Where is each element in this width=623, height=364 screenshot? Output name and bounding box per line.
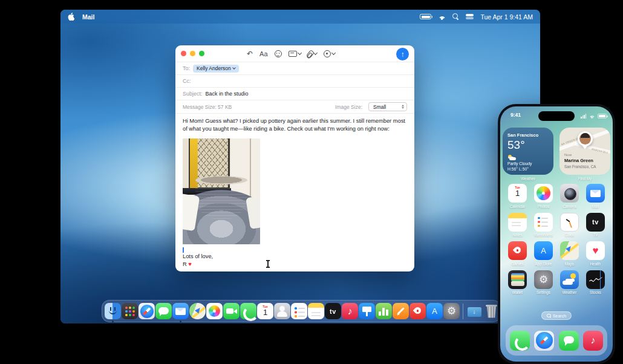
mail-app-icon[interactable] — [586, 184, 605, 203]
iphone-app-health[interactable]: Health — [583, 241, 608, 266]
stocks-app-icon[interactable] — [586, 270, 605, 289]
downloads-dock-icon[interactable] — [466, 303, 483, 319]
notes-dock-icon[interactable] — [308, 303, 324, 319]
photos-dock-icon[interactable] — [206, 303, 223, 319]
finder-dock-icon[interactable] — [105, 303, 121, 319]
weather-temp: 53° — [507, 138, 549, 152]
iphone-app-notes[interactable]: Notes — [505, 213, 530, 238]
numbers-dock-icon[interactable] — [376, 303, 392, 319]
keynote-dock-icon[interactable] — [359, 303, 375, 319]
app-label: Wallet — [512, 290, 523, 294]
contacts-dock-icon[interactable] — [274, 303, 290, 319]
iphone-screen: 9:41 San Francisco 53° Partly Cloudy H:5… — [500, 106, 613, 362]
music-dock-icon[interactable] — [342, 303, 358, 319]
to-field[interactable]: To: Kelly Anderson — [175, 62, 414, 75]
mail-dock-icon[interactable] — [172, 303, 189, 319]
spotlight-search-icon[interactable] — [452, 13, 459, 20]
iphone-app-reminders[interactable]: Reminders — [531, 213, 556, 238]
iphone-app-maps[interactable]: Maps — [557, 241, 582, 266]
apple-menu-icon[interactable] — [68, 13, 74, 21]
window-titlebar[interactable]: Aa — [175, 45, 414, 62]
safari-iphone-dock-icon[interactable] — [534, 331, 554, 351]
image-size-value: Small — [373, 104, 386, 110]
recipient-name: Kelly Anderson — [197, 65, 231, 71]
minimize-button[interactable] — [190, 51, 195, 56]
appstore-app-icon[interactable]: A — [534, 241, 553, 260]
iphone-app-camera[interactable]: Camera — [557, 184, 582, 209]
subject-field[interactable]: Subject: Back in the studio — [175, 88, 414, 100]
emoji-icon[interactable] — [275, 50, 282, 57]
settings-dock-icon[interactable] — [443, 303, 460, 319]
tv-app-icon[interactable]: tv — [586, 213, 605, 232]
recipient-token[interactable]: Kelly Anderson — [193, 65, 239, 73]
iphone-app-stocks[interactable]: Stocks — [583, 270, 608, 295]
header-fields-button[interactable] — [289, 51, 301, 57]
health-app-icon[interactable] — [586, 241, 605, 260]
iphone-app-mail[interactable]: Mail — [583, 184, 608, 209]
menu-app-name[interactable]: Mail — [82, 13, 94, 21]
phone-iphone-dock-icon[interactable] — [510, 331, 530, 351]
iphone-app-games[interactable]: Games — [505, 241, 530, 266]
camera-app-icon[interactable] — [560, 184, 579, 203]
iphone-app-calendar[interactable]: Tue1Calendar — [505, 184, 530, 209]
iphone-app-wallet[interactable]: Wallet — [505, 270, 530, 295]
pages-dock-icon[interactable] — [393, 303, 409, 319]
cellular-icon — [581, 114, 586, 119]
close-button[interactable] — [181, 51, 186, 56]
facetime-dock-icon[interactable] — [223, 303, 240, 319]
app-label: App Store — [535, 262, 552, 266]
calendar-app-icon[interactable]: Tue1 — [508, 184, 527, 203]
wifi-icon[interactable] — [438, 14, 446, 20]
maps-dock-icon[interactable] — [189, 303, 206, 319]
message-body[interactable]: Hi Mom! Guess what? I picked up pottery … — [175, 114, 414, 268]
iphone-app-appstore[interactable]: AApp Store — [531, 241, 556, 266]
notes-app-icon[interactable] — [508, 213, 527, 232]
trash-dock-icon[interactable] — [483, 303, 500, 319]
clay-bowl — [195, 179, 247, 219]
undo-icon[interactable] — [247, 50, 253, 58]
find-my-widget[interactable]: NA GREEN DR MARINA BLV Now Marina Green … — [559, 128, 610, 175]
messages-dock-icon[interactable] — [155, 303, 172, 319]
games-app-icon[interactable] — [508, 241, 527, 260]
games-dock-icon[interactable] — [409, 303, 426, 319]
app-label: Notes — [512, 233, 522, 237]
reminders-dock-icon[interactable] — [291, 303, 307, 319]
photos-app-icon[interactable] — [534, 184, 553, 203]
messages-iphone-dock-icon[interactable] — [559, 331, 579, 351]
control-center-icon[interactable] — [466, 14, 474, 19]
menu-bar-status: Tue Apr 1 9:41 AM — [420, 13, 533, 21]
settings-app-icon[interactable] — [534, 270, 553, 289]
calendar-dock-icon[interactable]: Tue1 — [257, 303, 273, 319]
zoom-button[interactable] — [199, 51, 204, 56]
search-pill[interactable]: Search — [541, 311, 572, 320]
format-button[interactable]: Aa — [259, 50, 267, 57]
memoji-avatar — [578, 131, 593, 146]
appstore-dock-icon[interactable]: A — [426, 303, 443, 319]
wallet-app-icon[interactable] — [508, 270, 527, 289]
attached-pottery-photo[interactable] — [183, 138, 260, 244]
iphone-app-photos[interactable]: Photos — [531, 184, 556, 209]
iphone-app-tv[interactable]: tvTV — [583, 213, 608, 238]
iphone-app-settings[interactable]: Settings — [531, 270, 556, 295]
send-button[interactable] — [396, 48, 409, 60]
image-size-select[interactable]: Small — [368, 102, 407, 111]
insert-photo-button[interactable] — [324, 50, 335, 57]
music-iphone-dock-icon[interactable] — [583, 331, 603, 351]
tv-dock-icon[interactable]: tv — [325, 303, 341, 319]
phone-dock-icon[interactable] — [240, 303, 256, 319]
clock-app-icon[interactable] — [560, 213, 579, 232]
maps-app-icon[interactable] — [560, 241, 579, 260]
cc-field[interactable]: Cc: — [175, 75, 414, 88]
attach-button[interactable] — [308, 50, 317, 58]
app-label: Clock — [565, 233, 575, 237]
launchpad-dock-icon[interactable] — [122, 303, 138, 319]
weatherapp-app-icon[interactable] — [560, 270, 579, 289]
iphone-app-weatherapp[interactable]: Weather — [557, 270, 582, 295]
battery-icon[interactable] — [420, 14, 431, 19]
weather-widget[interactable]: San Francisco 53° Partly Cloudy H:56° L:… — [503, 128, 553, 175]
wifi-icon — [589, 114, 595, 119]
iphone-app-clock[interactable]: Clock — [557, 213, 582, 238]
safari-dock-icon[interactable] — [139, 303, 155, 319]
menu-bar-clock[interactable]: Tue Apr 1 9:41 AM — [480, 13, 533, 21]
reminders-app-icon[interactable] — [534, 213, 553, 232]
